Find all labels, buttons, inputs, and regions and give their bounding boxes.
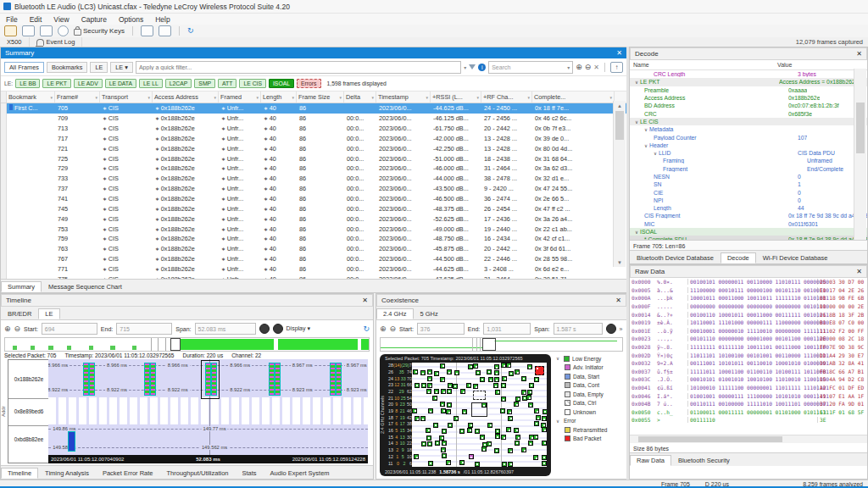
decode-row[interactable]: FramingUnframed	[630, 157, 867, 164]
hex-row[interactable]: 0x0055>001111103E	[630, 416, 867, 424]
tab-timeline[interactable]: Timeline	[1, 468, 38, 479]
table-row[interactable]: 729CIS0x188b262eUnfr...408600:0...2023/0…	[1, 164, 626, 174]
collapse-arrow-icon[interactable]: ∨	[635, 119, 638, 125]
tab-bluetooth-device-database[interactable]: Bluetooth Device Database	[630, 252, 721, 263]
column-header[interactable]: +RSSI (L...▾	[431, 92, 481, 103]
hex-row[interactable]: 0x000F.....00000000 00000000 00000000 00…	[630, 302, 867, 311]
tab-event-log[interactable]: Event Log	[30, 37, 83, 47]
decode-row[interactable]: Payload Counter107	[630, 133, 867, 141]
column-header[interactable]: Bookmark▾	[7, 92, 55, 103]
tab-5-ghz[interactable]: 5 GHz	[414, 308, 445, 319]
table-row[interactable]: 767CIS0x188b262eUnfr...408600:0...2023/0…	[1, 254, 626, 264]
close-icon[interactable]: ✕	[616, 50, 622, 57]
decode-scrollbar[interactable]	[854, 69, 866, 240]
filter-funnel-icon[interactable]	[469, 64, 476, 69]
sort-arrow-icon[interactable]: ▾	[50, 95, 53, 100]
cis-packet[interactable]	[336, 363, 342, 396]
menu-help[interactable]: Help	[149, 15, 175, 24]
table-row[interactable]: 709CIS0x188b262eUnfr...408600:0...2023/0…	[1, 114, 626, 124]
column-header[interactable]: Complete...▾	[532, 92, 615, 103]
chip-l2cap[interactable]: L2CAP	[165, 79, 192, 88]
hex-row[interactable]: 0x003C.J.Ò.00010101 01001010 10010100 11…	[630, 375, 867, 384]
chip-att[interactable]: ATT	[218, 79, 236, 88]
quick-filter-input[interactable]	[136, 61, 461, 74]
sort-arrow-icon[interactable]: ▾	[214, 95, 216, 100]
chip-le-pkt[interactable]: LE PKT	[42, 79, 70, 88]
hex-row[interactable]: 0x0046I.á*.01001001 00000111 11100000 10…	[630, 391, 867, 400]
column-header[interactable]: Access Address▾	[153, 92, 219, 103]
collapse-arrow-icon[interactable]: ∨	[654, 151, 657, 156]
decode-row[interactable]: Length44	[630, 204, 867, 212]
timeline-overview-strip[interactable]	[4, 337, 370, 352]
overflow-chevron-icon[interactable]: »	[620, 326, 623, 332]
chip-smp[interactable]: SMP	[194, 79, 215, 88]
tab-throughput-utilization[interactable]: Throughput/Utilization	[160, 468, 236, 479]
legend-group[interactable]: ∨Error	[556, 417, 625, 426]
hex-row[interactable]: 0x001E..ò.ÿ00010001 00000010 11110010 00…	[630, 327, 867, 336]
capture-view-icon[interactable]	[40, 25, 53, 36]
hex-row[interactable]: 0x0041¢ü.ßí10100010 11111100 00000001 11…	[630, 384, 867, 392]
chip-le-adv[interactable]: LE ADV	[74, 79, 103, 88]
table-row[interactable]: 749CIS0x188b262eUnfr...408600:0...2023/0…	[1, 214, 626, 224]
decode-row[interactable]: ∨LE PKTAccess Address = 0x188b262e	[630, 78, 867, 86]
decode-row[interactable]: ∨Metadata	[630, 125, 867, 133]
adv-packet[interactable]	[68, 431, 75, 452]
tab-br-edr[interactable]: BR/EDR	[1, 308, 38, 319]
decode-row[interactable]: NPI0	[630, 197, 867, 204]
table-row[interactable]: 721CIS0x188b262eUnfr...408600:0...2023/0…	[1, 143, 626, 153]
decode-row[interactable]: SN1	[630, 180, 867, 188]
coex-start-field[interactable]: 376	[417, 323, 465, 335]
column-header[interactable]: +RF Cha...▾	[481, 92, 532, 103]
decode-row[interactable]: CIE0	[630, 188, 867, 196]
tab-raw-data[interactable]: Raw Data	[630, 455, 671, 466]
open-file-icon[interactable]	[4, 25, 17, 36]
event-log-window-icon[interactable]	[141, 25, 153, 36]
cis-packet[interactable]	[83, 363, 89, 396]
raw-horizontal-scrollbar[interactable]	[630, 435, 867, 443]
security-keys-button[interactable]: Security Keys	[74, 26, 125, 36]
hex-row[interactable]: 0x0000%.0×.00100101 00000011 00110000 11…	[630, 278, 867, 286]
tab-le[interactable]: LE	[38, 308, 59, 319]
hex-row[interactable]: 0x000A...þk10001011 00011000 10011011 11…	[630, 294, 867, 302]
menu-options[interactable]: Options	[113, 15, 149, 24]
scroll-down-icon[interactable]: ▼	[614, 258, 626, 267]
sort-arrow-icon[interactable]: ▾	[371, 95, 374, 100]
menu-capture[interactable]: Capture	[75, 15, 113, 24]
table-row[interactable]: 741CIS0x188b262eUnfr...408600:0...2023/0…	[1, 194, 626, 204]
zoom-in-icon[interactable]: ⊕	[4, 325, 11, 333]
zoom-out-icon[interactable]: ⊖	[390, 325, 397, 333]
layout-window-icon[interactable]	[159, 25, 171, 36]
column-header[interactable]: Transport▾	[100, 92, 153, 103]
hex-row[interactable]: 0x0028ÿ~.8.11111111 01111110 10011101 00…	[630, 343, 867, 352]
column-header[interactable]: Length▾	[261, 92, 297, 103]
decode-row[interactable]: NESN0	[630, 173, 867, 180]
timeline-chart[interactable]: Addr 0x188b262e0x8e89bed60xbd8b82ee 8.96…	[1, 359, 373, 463]
collapse-arrow-icon[interactable]: ∨	[556, 419, 559, 424]
zoom-out-icon[interactable]: ⊖	[585, 64, 592, 71]
timeline-start-field[interactable]: 694	[42, 323, 97, 335]
menu-view[interactable]: View	[47, 15, 75, 24]
zoom-in-icon[interactable]: ⊕	[576, 64, 582, 71]
sort-arrow-icon[interactable]: ▾	[476, 95, 479, 100]
zoom-out-icon[interactable]: ⊖	[14, 325, 21, 333]
sort-arrow-icon[interactable]: ▾	[95, 95, 97, 100]
hex-row[interactable]: 0x00329«2.A00111001 10101011 00110010 10…	[630, 359, 867, 368]
decode-row[interactable]: Access Address0x188b262e	[630, 94, 867, 102]
sort-arrow-icon[interactable]: ▾	[527, 95, 530, 100]
decode-row[interactable]: FragmentEnd/Complete	[630, 165, 867, 173]
menu-edit[interactable]: Edit	[24, 15, 48, 24]
tab-summary[interactable]: Summary	[1, 281, 42, 292]
tab-bluetooth-security[interactable]: Bluetooth Security	[671, 455, 737, 466]
collapse-arrow-icon[interactable]: ∨	[635, 80, 638, 85]
close-icon[interactable]: ✕	[615, 297, 621, 304]
tab-x500[interactable]: X500	[0, 37, 30, 47]
column-header[interactable]: Delta▾	[344, 92, 376, 103]
tab-2-4-ghz[interactable]: 2.4 GHz	[376, 308, 414, 319]
decode-row[interactable]: ∨ISOAL	[630, 228, 867, 236]
selection-window[interactable]	[482, 338, 496, 351]
tab-message-sequence-chart[interactable]: Message Sequence Chart	[42, 281, 129, 292]
timeline-end-field[interactable]: 715	[116, 323, 172, 335]
hex-row[interactable]: 0x0005à...&11100000 00010111 00000100 00…	[630, 286, 867, 295]
close-icon[interactable]: ✕	[362, 297, 368, 304]
vertical-splitter[interactable]	[626, 47, 629, 480]
